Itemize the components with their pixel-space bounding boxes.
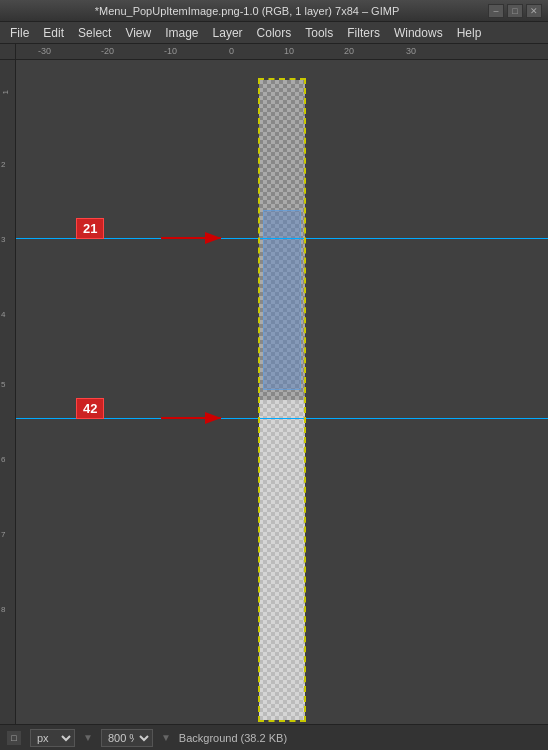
menu-file[interactable]: File	[4, 24, 35, 42]
ruler-num: 0	[229, 46, 234, 56]
strip-bottom	[259, 400, 305, 720]
status-info: Background (38.2 KB)	[179, 732, 287, 744]
ruler-num: -10	[164, 46, 177, 56]
ruler-num: 6	[1, 455, 5, 464]
ruler-num: 10	[284, 46, 294, 56]
title-bar: *Menu_PopUpItemImage.png-1.0 (RGB, 1 lay…	[0, 0, 548, 22]
minimize-button[interactable]: –	[488, 4, 504, 18]
ruler-num: 4	[1, 310, 5, 319]
main-row: 1 2 3 4 5 6 7 8	[0, 60, 548, 724]
maximize-button[interactable]: □	[507, 4, 523, 18]
menu-filters[interactable]: Filters	[341, 24, 386, 42]
ruler-num: 3	[1, 235, 5, 244]
menu-layer[interactable]: Layer	[207, 24, 249, 42]
zoom-dropdown-arrow: ▼	[161, 732, 171, 743]
ruler-num: 20	[344, 46, 354, 56]
menu-image[interactable]: Image	[159, 24, 204, 42]
strip-top	[259, 80, 305, 200]
strip-middle	[259, 200, 305, 400]
annotation-label-21: 21	[76, 218, 104, 239]
menu-tools[interactable]: Tools	[299, 24, 339, 42]
ruler-num: 30	[406, 46, 416, 56]
ruler-num: -20	[101, 46, 114, 56]
annotation-42: 42	[76, 398, 104, 419]
menu-help[interactable]: Help	[451, 24, 488, 42]
canvas-viewport[interactable]: 21 42	[16, 60, 548, 724]
menu-edit[interactable]: Edit	[37, 24, 70, 42]
ruler-num: 2	[1, 160, 5, 169]
close-button[interactable]: ✕	[526, 4, 542, 18]
top-ruler: -30 -20 -10 0 10 20 30	[16, 44, 548, 60]
title-text: *Menu_PopUpItemImage.png-1.0 (RGB, 1 lay…	[6, 5, 488, 17]
ruler-num: 5	[1, 380, 5, 389]
annotation-21: 21	[76, 218, 104, 239]
unit-select[interactable]: px % mm cm in	[30, 729, 75, 747]
ruler-num: -30	[38, 46, 51, 56]
left-ruler: 1 2 3 4 5 6 7 8	[0, 60, 16, 724]
zoom-arrow: ▼	[83, 732, 93, 743]
window-controls: – □ ✕	[488, 4, 542, 18]
image-strip	[259, 80, 305, 720]
menu-view[interactable]: View	[119, 24, 157, 42]
status-bar: □ px % mm cm in ▼ 800 % 400 % 200 % 100 …	[0, 724, 548, 750]
menu-windows[interactable]: Windows	[388, 24, 449, 42]
top-ruler-row: -30 -20 -10 0 10 20 30	[0, 44, 548, 60]
menu-bar: File Edit Select View Image Layer Colors…	[0, 22, 548, 44]
annotation-label-42: 42	[76, 398, 104, 419]
ruler-corner	[0, 44, 16, 60]
ruler-num: 7	[1, 530, 5, 539]
canvas-area: -30 -20 -10 0 10 20 30 1 2 3 4 5 6 7 8	[0, 44, 548, 724]
ruler-num: 1	[1, 90, 10, 94]
selection-highlight	[263, 210, 301, 390]
menu-select[interactable]: Select	[72, 24, 117, 42]
ruler-num: 8	[1, 605, 5, 614]
zoom-select[interactable]: 800 % 400 % 200 % 100 % 50 %	[101, 729, 153, 747]
status-icon: □	[6, 730, 22, 746]
menu-colors[interactable]: Colors	[251, 24, 298, 42]
